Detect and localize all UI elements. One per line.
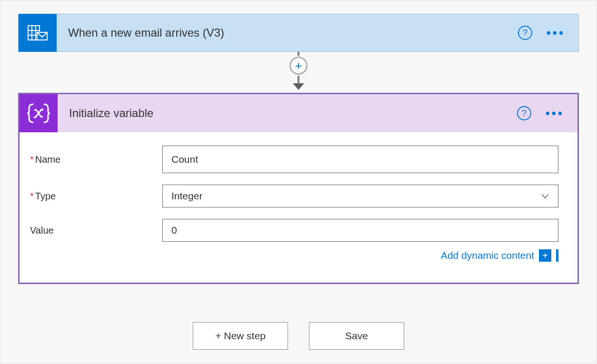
chevron-down-icon <box>541 192 549 200</box>
type-row: *Type Integer <box>30 185 558 207</box>
more-icon[interactable]: ••• <box>547 26 565 40</box>
connector-line <box>298 52 299 56</box>
bottom-buttons: + New step Save <box>18 322 579 350</box>
outlook-icon <box>19 14 57 52</box>
dynamic-plus-icon[interactable]: + <box>539 249 551 262</box>
name-input[interactable] <box>162 146 558 173</box>
dynamic-bar <box>556 249 558 262</box>
help-icon[interactable]: ? <box>517 106 531 120</box>
type-label: *Type <box>30 191 162 202</box>
variable-icon <box>20 94 58 132</box>
action-body: *Name *Type Integer Value Add dynamic co… <box>20 132 577 283</box>
action-actions: ? ••• <box>517 106 577 121</box>
trigger-title: When a new email arrives (V3) <box>57 26 518 39</box>
value-input[interactable] <box>162 219 558 242</box>
new-step-button[interactable]: + New step <box>193 322 288 350</box>
trigger-actions: ? ••• <box>518 26 578 40</box>
save-button[interactable]: Save <box>309 322 404 350</box>
value-row: Value <box>30 219 558 242</box>
arrow-down-icon <box>293 83 304 90</box>
add-step-plus-icon[interactable]: + <box>289 57 308 75</box>
value-label: Value <box>30 225 162 236</box>
name-row: *Name <box>30 146 558 173</box>
trigger-card[interactable]: When a new email arrives (V3) ? ••• <box>18 14 579 52</box>
dynamic-content-row: Add dynamic content + <box>30 249 558 278</box>
type-value: Integer <box>171 190 202 202</box>
action-header[interactable]: Initialize variable ? ••• <box>20 94 577 132</box>
action-title: Initialize variable <box>58 107 517 120</box>
type-select[interactable]: Integer <box>162 185 558 207</box>
connector: + <box>18 52 579 93</box>
action-card: Initialize variable ? ••• *Name *Type In… <box>18 93 579 284</box>
add-dynamic-content-link[interactable]: Add dynamic content <box>441 250 534 261</box>
name-label: *Name <box>30 154 162 165</box>
help-icon[interactable]: ? <box>518 26 532 40</box>
more-icon[interactable]: ••• <box>546 106 564 121</box>
